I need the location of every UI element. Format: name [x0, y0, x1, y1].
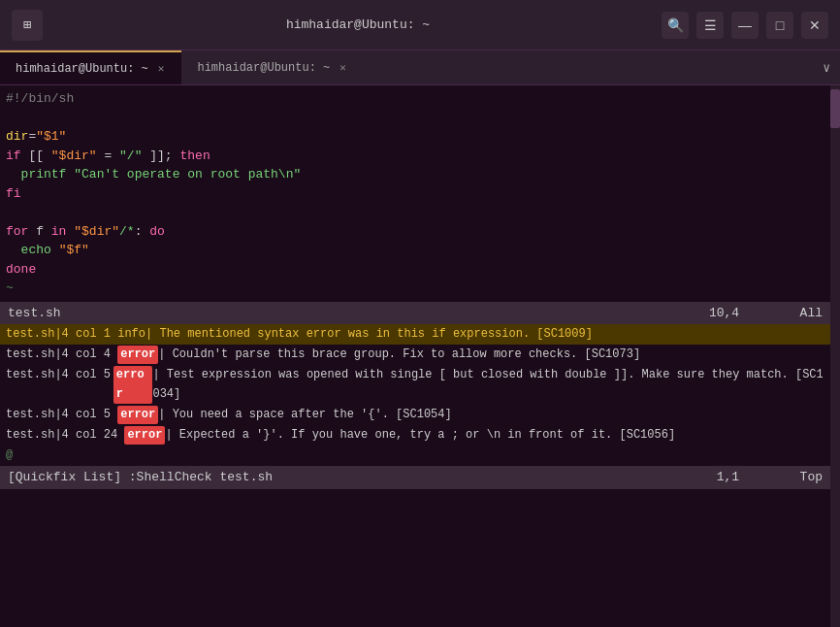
window-controls: 🔍 ☰ — □ ✕ — [662, 12, 828, 39]
status-all: All — [800, 306, 823, 320]
close-button[interactable]: ✕ — [801, 12, 828, 39]
app-icon: ⊞ — [12, 10, 43, 41]
status-position: 10,4 — [709, 306, 739, 320]
terminal-icon: ⊞ — [23, 16, 31, 33]
code-line-3: dir="$1" — [6, 127, 824, 147]
cursor-symbol: @ — [6, 446, 13, 465]
error-1-suffix: | Couldn't parse this brace group. Fix t… — [158, 346, 640, 364]
menu-button[interactable]: ☰ — [696, 12, 724, 39]
quickfix-all: Top — [800, 470, 823, 484]
error-2-prefix: test.sh|4 col 5 — [6, 366, 113, 384]
code-line-1: #!/bin/sh — [6, 89, 824, 109]
code-line-7 — [6, 203, 824, 222]
search-button[interactable]: 🔍 — [662, 12, 689, 39]
vim-status-bar: test.sh 10,4 All — [0, 302, 830, 325]
error-info-text: test.sh|4 col 1 info| The mentioned synt… — [6, 325, 593, 344]
quickfix-right: 1,1 Top — [717, 468, 823, 487]
tab-2-label: himhaidar@Ubuntu: ~ — [197, 61, 330, 75]
code-line-9: echo "$f" — [6, 241, 824, 260]
code-line-6: fi — [6, 184, 824, 204]
title-bar: ⊞ himhaidar@Ubuntu: ~ 🔍 ☰ — □ ✕ — [0, 0, 840, 50]
code-line-8: for f in "$dir"/*: do — [6, 222, 824, 242]
error-line-2: test.sh|4 col 5 error| Test expression w… — [0, 365, 830, 404]
error-badge-3: error — [117, 406, 158, 424]
status-filename: test.sh — [8, 304, 61, 323]
error-line-1: test.sh|4 col 4 error| Couldn't parse th… — [0, 345, 830, 365]
error-panel: test.sh|4 col 1 info| The mentioned synt… — [0, 324, 830, 466]
code-line-5: printf "Can't operate on root path\n" — [6, 165, 824, 184]
main-content: #!/bin/sh dir="$1" if [[ "$dir" = "/" ]]… — [0, 85, 840, 627]
scrollbar-thumb[interactable] — [830, 89, 840, 128]
error-4-suffix: | Expected a '}'. If you have one, try a… — [165, 426, 675, 445]
quickfix-label: [Quickfix List] :ShellCheck test.sh — [8, 468, 273, 487]
tab-2-close[interactable]: ✕ — [338, 61, 348, 74]
code-vardef: dir — [6, 129, 28, 144]
error-3-suffix: | You need a space after the '{'. [SC105… — [158, 406, 451, 424]
code-line-2 — [6, 109, 824, 128]
status-right: 10,4 All — [709, 304, 823, 323]
error-2-suffix: | Test expression was opened with single… — [152, 366, 824, 403]
code-line-11: ~ — [6, 279, 824, 298]
code-line-10: done — [6, 260, 824, 280]
error-badge-1: error — [117, 346, 158, 364]
error-line-4: test.sh|4 col 24 error| Expected a '}'. … — [0, 425, 830, 446]
scrollbar[interactable] — [830, 85, 840, 627]
error-badge-2: error — [113, 366, 153, 403]
code-editor[interactable]: #!/bin/sh dir="$1" if [[ "$dir" = "/" ]]… — [0, 85, 830, 302]
error-line-3: test.sh|4 col 5 error| You need a space … — [0, 405, 830, 425]
window-title: himhaidar@Ubuntu: ~ — [54, 17, 662, 32]
error-4-prefix: test.sh|4 col 24 — [6, 426, 124, 445]
cursor-line: @ — [0, 446, 830, 466]
tab-1-label: himhaidar@Ubuntu: ~ — [16, 62, 148, 76]
content-area: #!/bin/sh dir="$1" if [[ "$dir" = "/" ]]… — [0, 85, 830, 627]
code-line-4: if [[ "$dir" = "/" ]]; then — [6, 147, 824, 166]
tab-1-close[interactable]: ✕ — [156, 62, 167, 75]
error-3-prefix: test.sh|4 col 5 — [6, 406, 117, 424]
tab-2[interactable]: himhaidar@Ubuntu: ~ ✕ — [181, 50, 363, 84]
maximize-button[interactable]: □ — [766, 12, 793, 39]
quickfix-position: 1,1 — [717, 470, 739, 484]
error-line-info: test.sh|4 col 1 info| The mentioned synt… — [0, 324, 830, 345]
tab-bar: himhaidar@Ubuntu: ~ ✕ himhaidar@Ubuntu: … — [0, 50, 840, 85]
quickfix-bar: [Quickfix List] :ShellCheck test.sh 1,1 … — [0, 466, 830, 489]
tab-dropdown[interactable]: ∨ — [813, 50, 840, 84]
tab-1[interactable]: himhaidar@Ubuntu: ~ ✕ — [0, 50, 181, 84]
error-badge-4: error — [124, 426, 165, 445]
minimize-button[interactable]: — — [731, 12, 759, 39]
error-1-prefix: test.sh|4 col 4 — [6, 346, 117, 364]
